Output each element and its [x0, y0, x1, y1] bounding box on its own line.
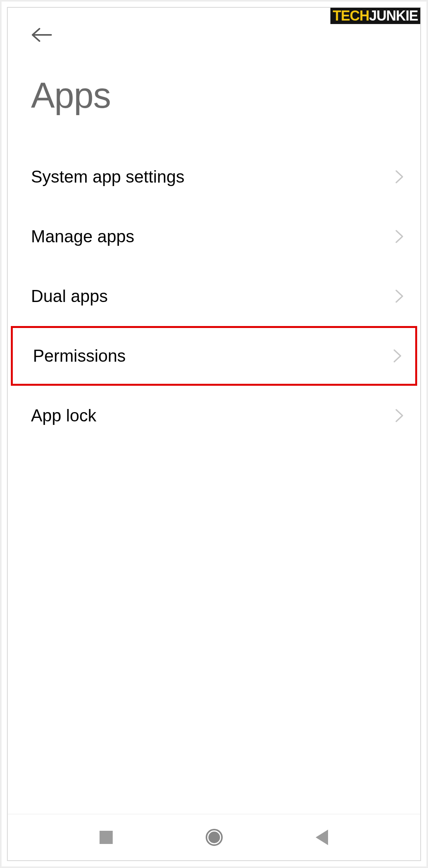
app-inner-frame: TECHJUNKIE Apps System app settings Mana… [7, 7, 421, 861]
chevron-right-icon [395, 169, 404, 184]
settings-item-label: Dual apps [31, 286, 108, 306]
chevron-right-icon [395, 229, 404, 244]
navigation-bar [8, 814, 420, 860]
watermark-part1: TECH [333, 9, 369, 23]
square-icon [100, 831, 113, 844]
techjunkie-watermark: TECHJUNKIE [330, 8, 420, 24]
settings-item-permissions[interactable]: Permissions [11, 326, 417, 386]
nav-home-button[interactable] [205, 828, 224, 847]
settings-item-app-lock[interactable]: App lock [8, 386, 420, 445]
settings-item-label: Manage apps [31, 227, 134, 246]
back-button[interactable] [31, 27, 53, 44]
watermark-part2: JUNKIE [369, 9, 418, 23]
triangle-icon [316, 830, 328, 845]
settings-list: System app settings Manage apps Dual app… [8, 124, 420, 814]
circle-inner-icon [208, 832, 220, 843]
settings-item-label: Permissions [33, 346, 126, 366]
nav-back-button[interactable] [312, 828, 332, 847]
settings-item-label: App lock [31, 406, 96, 425]
chevron-right-icon [395, 289, 404, 304]
settings-item-manage-apps[interactable]: Manage apps [8, 207, 420, 266]
back-arrow-icon [31, 27, 53, 43]
nav-recents-button[interactable] [96, 828, 116, 847]
settings-item-dual-apps[interactable]: Dual apps [8, 266, 420, 326]
chevron-right-icon [395, 408, 404, 423]
chevron-right-icon [393, 349, 402, 363]
settings-item-label: System app settings [31, 167, 184, 186]
page-title: Apps [31, 75, 397, 116]
settings-item-system-app-settings[interactable]: System app settings [8, 147, 420, 207]
app-outer-frame: TECHJUNKIE Apps System app settings Mana… [0, 0, 428, 868]
header: Apps [8, 8, 420, 124]
circle-icon [206, 829, 223, 846]
